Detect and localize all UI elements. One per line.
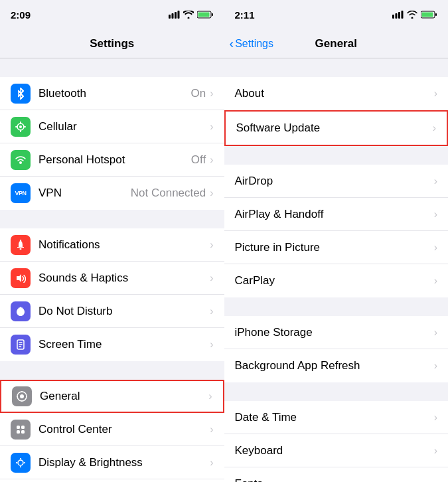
chevron-icon: › xyxy=(210,272,213,284)
svg-rect-25 xyxy=(17,430,20,434)
svg-rect-1 xyxy=(171,13,173,19)
svg-point-18 xyxy=(20,394,24,398)
general-group-storage: iPhone Storage › Background App Refresh … xyxy=(224,316,449,382)
chevron-icon: › xyxy=(210,305,213,317)
list-item[interactable]: Background App Refresh › xyxy=(224,349,449,382)
chevron-icon: › xyxy=(434,412,437,424)
list-item[interactable]: Picture in Picture › xyxy=(224,231,449,264)
svg-rect-49 xyxy=(398,12,400,19)
donotdisturb-icon xyxy=(11,301,31,321)
svg-point-19 xyxy=(21,391,23,392)
fonts-label: Fonts xyxy=(235,477,434,483)
list-item[interactable]: Fonts › xyxy=(224,467,449,482)
list-item[interactable]: Cellular › xyxy=(0,110,224,143)
airplay-label: AirPlay & Handoff xyxy=(235,208,434,221)
general-row[interactable]: General › xyxy=(0,380,224,413)
chevron-icon: › xyxy=(210,424,213,436)
settings-group-3: General › Control Center › xyxy=(0,380,224,482)
settings-group-1: Bluetooth On › Cellular › xyxy=(0,77,224,210)
time-right: 2:11 xyxy=(235,9,255,21)
wifi-icon-right xyxy=(407,11,417,19)
svg-rect-50 xyxy=(402,11,404,19)
group-sep-r3 xyxy=(224,297,449,316)
list-item[interactable]: Personal Hotspot Off › xyxy=(0,143,224,177)
svg-rect-6 xyxy=(198,13,209,17)
chevron-icon: › xyxy=(210,239,213,251)
screentime-label: Screen Time xyxy=(38,338,210,351)
about-label: About xyxy=(235,87,434,100)
list-item[interactable]: Bluetooth On › xyxy=(0,77,224,110)
svg-rect-47 xyxy=(392,15,394,19)
chevron-icon: › xyxy=(434,242,437,254)
list-item[interactable]: About › xyxy=(224,77,449,110)
screentime-icon xyxy=(11,335,31,355)
wifi-icon xyxy=(183,11,194,19)
svg-point-21 xyxy=(21,400,23,402)
settings-group-2: Notifications › Sounds & Haptics › xyxy=(0,228,224,361)
notifications-icon xyxy=(11,235,31,255)
bluetooth-label: Bluetooth xyxy=(38,87,190,100)
list-item[interactable]: Home Screen › xyxy=(0,479,224,482)
software-update-row[interactable]: Software Update › xyxy=(226,112,447,145)
list-item[interactable]: AirDrop › xyxy=(224,165,449,198)
chevron-icon: › xyxy=(210,154,213,166)
svg-rect-10 xyxy=(20,248,22,250)
svg-rect-48 xyxy=(396,13,398,19)
pip-label: Picture in Picture xyxy=(235,241,434,254)
list-item[interactable]: VPN VPN Not Connected › xyxy=(0,177,224,210)
donotdisturb-label: Do Not Disturb xyxy=(38,305,210,318)
hotspot-label: Personal Hotspot xyxy=(38,153,191,167)
chevron-icon: › xyxy=(210,187,213,199)
sounds-label: Sounds & Haptics xyxy=(38,272,210,285)
chevron-icon: › xyxy=(208,390,212,402)
group-sep-r2 xyxy=(224,146,449,165)
list-item[interactable]: Sounds & Haptics › xyxy=(0,262,224,295)
back-button[interactable]: ‹ Settings xyxy=(230,36,273,51)
svg-rect-52 xyxy=(435,13,437,16)
general-label: General xyxy=(40,390,208,403)
chevron-icon: › xyxy=(434,360,437,372)
general-group-datetime: Date & Time › Keyboard › Fonts › Languag… xyxy=(224,401,449,482)
hotspot-icon xyxy=(11,150,31,170)
bgrefresh-label: Background App Refresh xyxy=(235,359,434,372)
list-item[interactable]: Date & Time › xyxy=(224,401,449,434)
group-separator-3 xyxy=(0,361,224,380)
settings-title: Settings xyxy=(90,37,134,50)
list-item[interactable]: Do Not Disturb › xyxy=(0,295,224,328)
svg-point-27 xyxy=(18,460,23,465)
group-separator-1 xyxy=(0,58,224,77)
chevron-icon: › xyxy=(434,88,437,100)
general-title: General xyxy=(315,37,357,50)
list-item[interactable]: Notifications › xyxy=(0,228,224,262)
svg-point-20 xyxy=(26,396,27,397)
controlcenter-label: Control Center xyxy=(38,423,210,436)
svg-point-22 xyxy=(17,396,18,397)
svg-rect-23 xyxy=(17,426,20,429)
notifications-label: Notifications xyxy=(38,238,210,252)
settings-panel: 2:09 Settings xyxy=(0,0,224,482)
softwareupdate-label: Software Update xyxy=(236,121,433,135)
chevron-icon: › xyxy=(433,122,436,134)
svg-rect-3 xyxy=(177,11,179,19)
signal-icon xyxy=(169,11,180,19)
display-label: Display & Brightness xyxy=(38,456,210,469)
chevron-icon: › xyxy=(210,339,213,351)
list-item[interactable]: Keyboard › xyxy=(224,434,449,467)
list-item[interactable]: AirPlay & Handoff › xyxy=(224,198,449,231)
chevron-icon: › xyxy=(434,478,437,483)
list-item[interactable]: Display & Brightness › xyxy=(0,446,224,479)
general-group-airdrop: AirDrop › AirPlay & Handoff › Picture in… xyxy=(224,165,449,297)
list-item[interactable]: Control Center › xyxy=(0,413,224,446)
cellular-icon xyxy=(11,117,31,137)
list-item[interactable]: Screen Time › xyxy=(0,328,224,361)
svg-point-9 xyxy=(19,161,22,164)
list-item[interactable]: iPhone Storage › xyxy=(224,316,449,349)
svg-rect-5 xyxy=(212,13,213,16)
signal-icon-right xyxy=(392,11,404,19)
battery-icon-right xyxy=(421,11,437,19)
list-item[interactable]: CarPlay › xyxy=(224,264,449,297)
general-group-softwareupdate: Software Update › xyxy=(224,110,449,146)
back-label: Settings xyxy=(235,38,273,50)
svg-rect-53 xyxy=(422,13,433,17)
status-bar-right: 2:11 xyxy=(224,0,449,29)
